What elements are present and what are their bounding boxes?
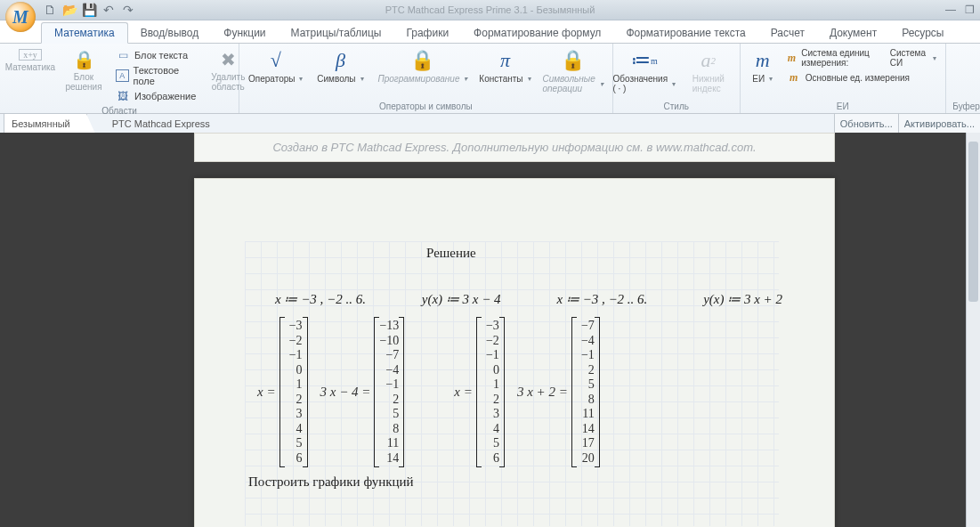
minimize-button[interactable]: —: [945, 4, 956, 16]
undo-icon[interactable]: ↶: [101, 3, 116, 17]
tab-format-text[interactable]: Форматирование текста: [613, 23, 757, 43]
document-edition-label: PTC Mathcad Express: [112, 118, 210, 129]
ribbon-tabs: Математика Ввод/вывод Функции Матрицы/та…: [0, 20, 980, 44]
x-vector-1-values: −3−2−10123456: [279, 317, 308, 467]
chevron-down-icon: ▾: [933, 54, 936, 62]
units-icon: m: [756, 49, 770, 72]
express-banner: Создано в PTC Mathcad Express. Дополните…: [194, 133, 835, 162]
new-icon[interactable]: 🗋: [43, 3, 57, 17]
maximize-button[interactable]: ❐: [965, 4, 975, 16]
quick-access-toolbar: 🗋 📂 💾 ↶ ↷: [43, 3, 135, 17]
tab-format-formulas[interactable]: Форматирование формул: [461, 23, 613, 43]
subscript-button: a2 Нижний индекс: [678, 47, 739, 95]
math-region-button: x+y Математика: [5, 47, 55, 74]
ribbon: x+y Математика 🔒 Блок решения ▭Блок текс…: [0, 44, 980, 114]
math-region-icon: x+y: [19, 49, 42, 61]
x-vector-2-values: −3−2−10123456: [476, 317, 505, 467]
operators-icon: √: [271, 49, 281, 72]
group-operators-label: Операторы и символы: [245, 100, 607, 113]
constants-icon: π: [500, 49, 510, 72]
programming-button: 🔒 Программирование▾: [374, 47, 471, 85]
document-bar: Безымянный PTC Mathcad Express Обновить.…: [0, 114, 980, 134]
group-clipboard-label: Буфер о: [952, 100, 980, 113]
text-block-button[interactable]: ▭Блок текста: [112, 47, 199, 63]
symbols-icon: β: [336, 49, 345, 72]
tab-math[interactable]: Математика: [41, 22, 128, 44]
heading: Решение: [426, 246, 476, 261]
lock-icon: 🔒: [561, 49, 585, 72]
group-units-label: ЕИ: [746, 100, 940, 113]
x-vector-1[interactable]: x = −3−2−10123456: [257, 317, 308, 467]
refresh-button[interactable]: Обновить...: [834, 114, 898, 134]
notation-button[interactable]: ≔m Обозначения ( · )▾: [614, 47, 675, 95]
def-x1[interactable]: x ≔ −3 , −2 .. 6.: [275, 291, 366, 307]
chevron-down-icon: ▾: [769, 75, 773, 83]
unit-system-icon: m: [787, 51, 797, 65]
lock-icon: 🔒: [73, 49, 95, 70]
delete-icon: ✖: [221, 49, 236, 70]
base-units-icon: m: [787, 70, 801, 85]
unit-system-label: Система единиц измерения:: [801, 48, 886, 68]
units-button[interactable]: m ЕИ▾: [746, 47, 780, 85]
chevron-down-icon: ▾: [528, 75, 531, 83]
symbolic-ops-button: 🔒 Символьные операции▾: [539, 47, 606, 95]
image-button[interactable]: 🖼Изображение: [112, 88, 199, 104]
chevron-down-icon: ▾: [600, 80, 603, 88]
base-units-row[interactable]: m Основные ед. измерения: [783, 69, 940, 85]
y2-vector[interactable]: 3 x + 2 = −7−4−125811141720: [517, 317, 600, 467]
constants-button[interactable]: π Константы▾: [474, 47, 535, 85]
task-text[interactable]: Построить графики функций: [248, 474, 414, 490]
chevron-down-icon: ▾: [360, 75, 364, 83]
unit-system-row[interactable]: m Система единиц измерения: Система СИ ▾: [783, 47, 940, 69]
redo-icon[interactable]: ↷: [121, 3, 135, 17]
tab-document[interactable]: Документ: [817, 23, 889, 43]
app-menu-button[interactable]: M: [5, 2, 36, 32]
open-icon[interactable]: 📂: [62, 3, 77, 17]
group-style-label: Стиль: [619, 100, 734, 113]
vertical-scrollbar[interactable]: [966, 133, 980, 527]
operators-button[interactable]: √ Операторы▾: [245, 47, 306, 85]
title-bar: M 🗋 📂 💾 ↶ ↷ PTC Mathcad Express Prime 3.…: [0, 0, 980, 20]
y2-vector-values: −7−4−125811141720: [571, 317, 600, 467]
text-field-icon: A: [116, 69, 129, 82]
document-tab[interactable]: Безымянный: [4, 114, 87, 134]
text-block-icon: ▭: [116, 48, 130, 62]
tab-matrices[interactable]: Матрицы/таблицы: [279, 23, 394, 43]
solve-block-button: 🔒 Блок решения: [59, 47, 109, 93]
window-title: PTC Mathcad Express Prime 3.1 - Безымянн…: [385, 4, 595, 15]
tab-functions[interactable]: Функции: [211, 23, 278, 43]
chevron-down-icon: ▾: [464, 75, 467, 83]
image-icon: 🖼: [116, 89, 130, 103]
notation-icon: ≔m: [631, 49, 658, 72]
x-vector-2[interactable]: x = −3−2−10123456: [454, 317, 505, 467]
tab-io[interactable]: Ввод/вывод: [128, 23, 212, 43]
scrollbar-thumb[interactable]: [968, 142, 978, 302]
activate-button[interactable]: Активировать...: [898, 114, 980, 134]
text-field-button[interactable]: AТекстовое поле: [112, 64, 199, 87]
def-y2[interactable]: y(x) ≔ 3 x + 2: [703, 291, 782, 307]
unit-system-value: Система СИ: [890, 48, 927, 68]
definitions-row: x ≔ −3 , −2 .. 6. y(x) ≔ 3 x − 4 x ≔ −3 …: [275, 291, 782, 307]
vectors-row: x = −3−2−10123456 3 x − 4 = −13−10−7−4−1…: [257, 317, 600, 467]
lock-icon: 🔒: [410, 49, 434, 72]
symbols-button[interactable]: β Символы▾: [310, 47, 370, 85]
y1-vector-values: −13−10−7−4−12581114: [374, 317, 404, 467]
canvas[interactable]: Создано в PTC Mathcad Express. Дополните…: [0, 133, 980, 527]
chevron-down-icon: ▾: [299, 75, 303, 83]
save-icon[interactable]: 💾: [82, 3, 96, 17]
worksheet-page[interactable]: Решение x ≔ −3 , −2 .. 6. y(x) ≔ 3 x − 4…: [194, 178, 835, 527]
tab-plots[interactable]: Графики: [393, 23, 461, 43]
chevron-down-icon: ▾: [672, 80, 676, 88]
def-y1[interactable]: y(x) ≔ 3 x − 4: [422, 291, 501, 307]
y1-vector[interactable]: 3 x − 4 = −13−10−7−4−12581114: [320, 317, 405, 467]
tab-resources[interactable]: Ресурсы: [889, 23, 956, 43]
subscript-icon: a2: [701, 49, 717, 72]
def-x2[interactable]: x ≔ −3 , −2 .. 6.: [556, 291, 647, 307]
tab-calc[interactable]: Расчет: [758, 23, 817, 43]
